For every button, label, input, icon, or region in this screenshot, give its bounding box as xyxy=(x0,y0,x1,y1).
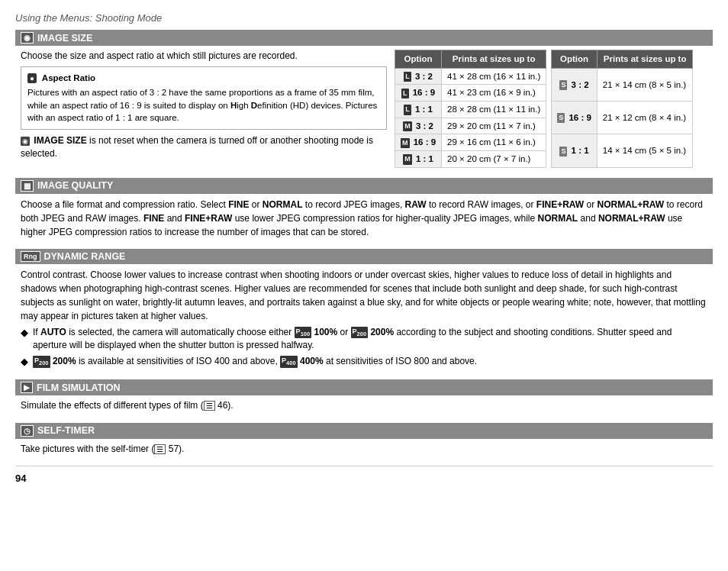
table-row: S 3 : 2 21 × 14 cm (8 × 5 in.) xyxy=(552,68,693,101)
dynamic-note-2-text: P200 200% is available at sensitivities … xyxy=(33,355,477,368)
dynamic-note-1-text: If AUTO is selected, the camera will aut… xyxy=(33,326,707,353)
size-l32: 41 × 28 cm (16 × 11 in.) xyxy=(442,68,546,85)
ar-dot-icon: ● xyxy=(27,73,37,83)
size-s11: 14 × 14 cm (5 × 5 in.) xyxy=(597,134,693,167)
p100-icon: P100 xyxy=(295,327,312,339)
table-row: M 1 : 1 20 × 20 cm (7 × 7 in.) xyxy=(395,151,546,168)
reset-text-bold: IMAGE SIZE xyxy=(34,135,86,146)
option-m32: M 3 : 2 xyxy=(395,118,442,134)
m-icon: M xyxy=(403,154,412,164)
book-ref-timer: ☰ xyxy=(154,444,166,454)
image-size-icon: ◉ xyxy=(21,32,34,44)
image-size-tables: Option Prints at sizes up to L 3 : 2 41 … xyxy=(395,50,707,168)
table-row: M 16 : 9 29 × 16 cm (11 × 6 in.) xyxy=(395,134,546,151)
image-size-left: Choose the size and aspect ratio at whic… xyxy=(21,50,395,161)
book-ref-film: ☰ xyxy=(204,401,215,411)
aspect-ratio-body: Pictures with an aspect ratio of 3 : 2 h… xyxy=(27,86,380,124)
p200-icon: P200 xyxy=(351,327,369,339)
table-row: L 16 : 9 41 × 23 cm (16 × 9 in.) xyxy=(395,85,546,102)
s-icon: S xyxy=(559,80,567,90)
col-option-2: Option xyxy=(552,50,598,69)
option-l32: L 3 : 2 xyxy=(395,68,442,85)
image-size-title: IMAGE SIZE xyxy=(37,33,92,44)
size-l11: 28 × 28 cm (11 × 11 in.) xyxy=(442,102,546,118)
bottom-divider xyxy=(15,466,713,466)
self-timer-header: ◷ SELF-TIMER xyxy=(15,423,713,439)
option-l11: L 1 : 1 xyxy=(395,102,442,118)
reset-note: ◉ IMAGE SIZE is not reset when the camer… xyxy=(21,134,387,161)
dynamic-range-text: Control contrast. Choose lower values to… xyxy=(21,268,707,323)
film-simulation-body: Simulate the effects of different types … xyxy=(15,395,713,416)
s-icon: S xyxy=(559,147,567,156)
image-quality-section: ▦ IMAGE QUALITY Choose a file format and… xyxy=(15,178,713,243)
image-quality-title: IMAGE QUALITY xyxy=(37,180,113,191)
l-icon: L xyxy=(404,72,411,82)
table-row: M 3 : 2 29 × 20 cm (11 × 7 in.) xyxy=(395,118,546,134)
m-icon: M xyxy=(403,121,412,131)
image-quality-icon: ▦ xyxy=(21,180,34,192)
dynamic-range-body: Control contrast. Choose lower values to… xyxy=(15,264,713,374)
l-icon: L xyxy=(401,89,409,98)
option-m169: M 16 : 9 xyxy=(395,134,442,151)
film-simulation-header: ▶ FILM SIMULATION xyxy=(15,379,713,395)
s-icon: S xyxy=(557,113,565,123)
image-size-intro: Choose the size and aspect ratio at whic… xyxy=(21,50,387,63)
size-table-small: Option Prints at sizes up to S 3 : 2 21 … xyxy=(551,50,693,168)
option-s32: S 3 : 2 xyxy=(552,68,598,101)
table-row: L 3 : 2 41 × 28 cm (16 × 11 in.) xyxy=(395,68,546,85)
p200b-icon: P200 xyxy=(33,356,50,368)
size-m169: 29 × 16 cm (11 × 6 in.) xyxy=(442,134,546,151)
reset-icon: ◉ xyxy=(21,137,30,146)
col-option-1: Option xyxy=(395,50,442,69)
image-size-body: Choose the size and aspect ratio at whic… xyxy=(15,46,713,172)
dynamic-note-1: ◆ If AUTO is selected, the camera will a… xyxy=(21,326,707,353)
col-size-2: Prints at sizes up to xyxy=(597,50,693,69)
table-row: L 1 : 1 28 × 28 cm (11 × 11 in.) xyxy=(395,102,546,118)
image-quality-header: ▦ IMAGE QUALITY xyxy=(15,178,713,194)
image-size-header: ◉ IMAGE SIZE xyxy=(15,30,713,46)
film-simulation-icon: ▶ xyxy=(21,382,33,393)
m-icon: M xyxy=(401,138,410,148)
size-table-large: Option Prints at sizes up to L 3 : 2 41 … xyxy=(395,50,546,168)
dynamic-range-header: Rng DYNAMIC RANGE xyxy=(15,249,713,264)
p400-icon: P400 xyxy=(280,356,298,368)
size-l169: 41 × 23 cm (16 × 9 in.) xyxy=(442,85,546,102)
page-title: Using the Menus: Shooting Mode xyxy=(15,12,713,24)
size-m11: 20 × 20 cm (7 × 7 in.) xyxy=(442,151,546,168)
table-row: S 1 : 1 14 × 14 cm (5 × 5 in.) xyxy=(552,134,693,167)
table-row: S 16 : 9 21 × 12 cm (8 × 4 in.) xyxy=(552,102,693,134)
size-m32: 29 × 20 cm (11 × 7 in.) xyxy=(442,118,546,134)
film-simulation-title: FILM SIMULATION xyxy=(37,382,120,393)
self-timer-icon: ◷ xyxy=(21,425,34,437)
option-l169: L 16 : 9 xyxy=(395,85,442,102)
option-s169: S 16 : 9 xyxy=(552,102,598,134)
dynamic-range-section: Rng DYNAMIC RANGE Control contrast. Choo… xyxy=(15,249,713,374)
dynamic-range-icon: Rng xyxy=(21,251,40,262)
option-m11: M 1 : 1 xyxy=(395,151,442,168)
film-simulation-section: ▶ FILM SIMULATION Simulate the effects o… xyxy=(15,379,713,416)
l-icon: L xyxy=(404,105,411,115)
aspect-ratio-box: ● Aspect Ratio Pictures with an aspect r… xyxy=(21,66,387,130)
aspect-ratio-title: ● Aspect Ratio xyxy=(27,72,380,85)
diamond-icon-1: ◆ xyxy=(21,326,28,340)
size-s169: 21 × 12 cm (8 × 4 in.) xyxy=(597,102,693,134)
col-size-1: Prints at sizes up to xyxy=(442,50,546,69)
option-s11: S 1 : 1 xyxy=(552,134,598,167)
dynamic-range-title: DYNAMIC RANGE xyxy=(44,251,126,262)
dynamic-note-2: ◆ P200 200% is available at sensitivitie… xyxy=(21,355,707,369)
self-timer-body: Take pictures with the self-timer (☰ 57)… xyxy=(15,439,713,460)
self-timer-section: ◷ SELF-TIMER Take pictures with the self… xyxy=(15,423,713,460)
diamond-icon-2: ◆ xyxy=(21,355,28,369)
size-s32: 21 × 14 cm (8 × 5 in.) xyxy=(597,68,693,101)
image-quality-body: Choose a file format and compression rat… xyxy=(15,194,713,243)
self-timer-title: SELF-TIMER xyxy=(37,425,95,436)
page-number: 94 xyxy=(15,473,713,484)
image-size-section: ◉ IMAGE SIZE Choose the size and aspect … xyxy=(15,30,713,172)
